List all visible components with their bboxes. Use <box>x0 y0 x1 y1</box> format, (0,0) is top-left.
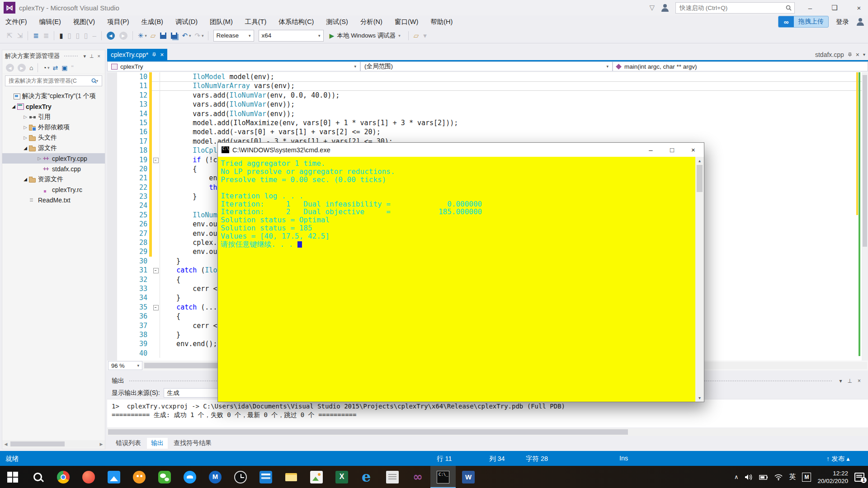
undo-icon[interactable]: ↶ <box>182 32 188 40</box>
explorer-back-icon[interactable]: ◂ <box>6 64 14 72</box>
menu-item-0[interactable]: 文件(F) <box>5 18 27 26</box>
panel-tab-error-list[interactable]: 错误列表 <box>112 438 145 449</box>
undo-icon-caret[interactable]: ▾ <box>189 33 191 38</box>
expand-arrow-icon[interactable]: ▷ <box>22 114 29 119</box>
scroll-down-icon[interactable]: ▾ <box>695 395 704 400</box>
code-line-15[interactable]: 15 model.add(IloMaximize(env, vars[0] + … <box>107 118 868 127</box>
cmd-minimize-button[interactable]: – <box>640 143 661 157</box>
cmd-close-button[interactable]: × <box>683 143 704 157</box>
save-icon[interactable] <box>160 33 166 39</box>
scroll-right-icon[interactable]: ▶ <box>98 442 105 446</box>
taskbar-cmd-icon[interactable] <box>430 466 456 488</box>
tree-item-file-cplextry-cpp[interactable]: ▷++cplexTry.cpp <box>2 153 105 164</box>
restore-button[interactable]: ❏ <box>826 1 844 14</box>
tree-item-file-cplextry-rc[interactable]: cplexTry.rc <box>2 184 105 195</box>
platform-dropdown[interactable]: x64▾ <box>259 30 324 42</box>
taskbar-alarm-icon[interactable] <box>228 466 253 488</box>
taskbar-word-icon[interactable] <box>456 466 481 488</box>
panel-close-icon[interactable]: × <box>98 53 100 59</box>
sign-in-button[interactable]: 登录 <box>836 18 849 26</box>
taskbar-photo-viewer-icon[interactable] <box>304 466 329 488</box>
pin-icon[interactable]: ⊥ <box>848 378 852 384</box>
tree-item-resource-files[interactable]: ◢资源文件 <box>2 174 105 184</box>
cmd-vscrollbar[interactable]: ▴ ▾ <box>695 157 704 402</box>
solution-search-box[interactable]: ▾ <box>5 75 102 86</box>
notifications-flag-icon[interactable]: ▽ <box>649 4 655 12</box>
scroll-left-icon[interactable]: ◀ <box>2 442 9 446</box>
collapse-all-icon[interactable]: ▣ <box>61 64 67 71</box>
taskbar-wechat-icon[interactable] <box>152 466 177 488</box>
menu-item-6[interactable]: 团队(M) <box>210 18 233 26</box>
tree-item-header-files[interactable]: ▷头文件 <box>2 132 105 143</box>
nav-project-dropdown[interactable]: cplexTry ▾ <box>107 61 360 71</box>
taskbar-start-icon[interactable] <box>0 466 25 488</box>
tab-list-caret[interactable]: ▾ <box>863 52 865 57</box>
menu-item-10[interactable]: 分析(N) <box>360 18 382 26</box>
wifi-icon[interactable] <box>774 474 783 480</box>
open-file-icon[interactable]: ▱ <box>151 32 156 40</box>
panel-menu-icon[interactable]: ▾ <box>83 53 86 59</box>
panel-tab-output[interactable]: 输出 <box>147 438 168 449</box>
menu-item-3[interactable]: 项目(P) <box>107 18 129 26</box>
tab-close-icon[interactable]: × <box>160 51 164 58</box>
fold-collapse-icon[interactable] <box>153 268 159 273</box>
navigate-backward-alt-icon[interactable]: ⇱ <box>7 32 13 40</box>
new-file-icon[interactable]: ✳ <box>138 32 144 40</box>
taskbar-ie-icon[interactable] <box>253 466 278 488</box>
bookmark-icon[interactable]: ▮ <box>59 32 63 40</box>
panel-close-icon[interactable]: × <box>858 378 861 384</box>
code-line-11[interactable]: 11 IloNumVarArray vars(env); <box>107 81 868 90</box>
menu-item-12[interactable]: 帮助(H) <box>430 18 453 26</box>
new-file-icon-caret[interactable]: ▾ <box>145 33 147 38</box>
collapse-arrow-icon[interactable]: ◢ <box>22 145 29 150</box>
pin-icon[interactable] <box>848 52 852 57</box>
nav-member-dropdown[interactable]: main(int argc, char ** argv) <box>613 61 868 71</box>
taskbar-file-explorer-icon[interactable] <box>278 466 304 488</box>
code-line-14[interactable]: 14 vars.add(IloNumVar(env)); <box>107 109 868 118</box>
taskbar-clock[interactable]: 12:22 20/02/2020 <box>817 469 848 485</box>
feedback-icon[interactable] <box>661 4 669 12</box>
explorer-forward-icon[interactable]: ▸ <box>18 64 26 72</box>
line-comment-icon[interactable]: ≣ <box>43 32 49 40</box>
toolbar-overflow-icon[interactable]: ▾ <box>423 32 427 40</box>
quick-launch-input[interactable] <box>679 4 786 12</box>
pin-icon[interactable] <box>152 52 156 57</box>
nav-scope-dropdown[interactable]: (全局范围) ▾ <box>360 61 613 71</box>
redo-icon[interactable]: ↷ <box>194 32 200 40</box>
pending-changes-icon-caret[interactable]: ▾ <box>47 66 50 70</box>
explorer-overflow-icon[interactable]: '' <box>71 64 73 71</box>
quick-launch-box[interactable] <box>675 2 795 14</box>
configuration-dropdown[interactable]: Release▾ <box>213 30 254 42</box>
publish-button[interactable]: ↑ 发布 ▴ <box>826 455 850 463</box>
navigate-forward-icon[interactable]: ▶ <box>119 32 127 40</box>
action-center-icon[interactable]: 1 <box>854 473 864 482</box>
menu-item-7[interactable]: 工具(T) <box>245 18 267 26</box>
solution-explorer-hscrollbar[interactable]: ◀ ▶ <box>2 440 105 448</box>
cmd-titlebar[interactable]: C:\WINDOWS\system32\cmd.exe – □ × <box>218 143 704 157</box>
line-indent-icon[interactable]: ≣ <box>33 32 39 40</box>
taskbar-photos-icon[interactable] <box>101 466 127 488</box>
start-debug-button[interactable]: ▶ 本地 Windows 调试器 ▾ <box>330 32 402 40</box>
menu-item-11[interactable]: 窗口(W) <box>395 18 418 26</box>
tree-item-solution[interactable]: 解决方案"cplexTry"(1 个项 <box>2 91 105 101</box>
editor-vscrollbar[interactable] <box>862 72 868 361</box>
next-bookmark-icon[interactable]: ▯ <box>76 32 80 40</box>
home-icon[interactable]: ⌂ <box>29 64 33 71</box>
bookmark-more-icon[interactable]: – <box>92 32 96 39</box>
scroll-up-icon[interactable]: ▴ <box>695 158 704 163</box>
language-indicator[interactable]: 英 <box>789 473 796 481</box>
attach-process-icon[interactable]: ▱ <box>414 32 419 40</box>
sync-active-document-icon[interactable]: ⇄ <box>52 64 58 71</box>
code-line-16[interactable]: 16 model.add(-vars[0] + vars[1] + vars[2… <box>107 127 868 136</box>
pending-changes-icon[interactable]: ◔ <box>42 64 46 71</box>
drag-upload-button[interactable]: ∞ 拖拽上传 <box>778 16 829 28</box>
redo-icon-caret[interactable]: ▾ <box>202 33 204 38</box>
peek-definition-icon[interactable]: ⇲ <box>17 32 23 40</box>
fold-collapse-icon[interactable] <box>153 305 159 310</box>
tree-item-references[interactable]: ▷引用 <box>2 112 105 122</box>
tree-item-external-dependencies[interactable]: ▷外部依赖项 <box>2 122 105 132</box>
code-line-10[interactable]: 10 IloModel model(env); <box>107 72 868 81</box>
clear-bookmarks-icon[interactable]: ▯ <box>84 32 88 40</box>
panel-menu-icon[interactable]: ▾ <box>840 378 842 384</box>
navigate-back-icon[interactable]: ◀ <box>107 32 115 40</box>
